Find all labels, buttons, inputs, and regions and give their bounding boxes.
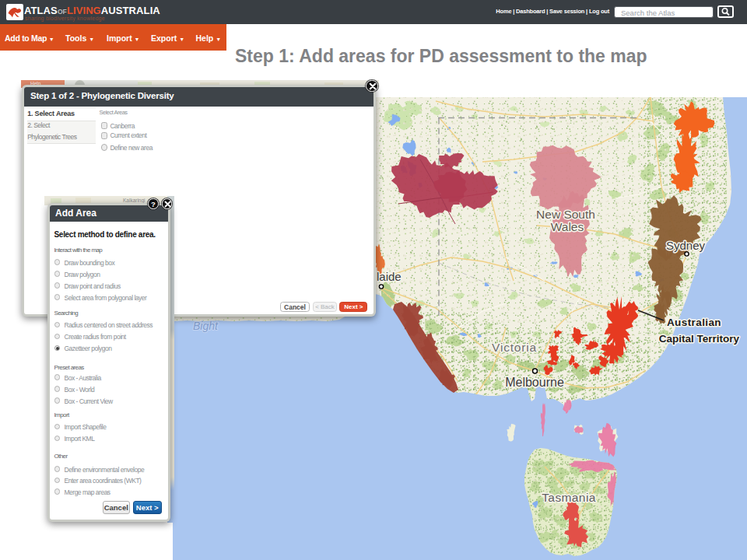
svg-text:Bight: Bight — [193, 320, 219, 332]
svg-text:Capital Territory: Capital Territory — [659, 333, 740, 345]
svg-text:New South: New South — [536, 208, 595, 221]
svg-text:laide: laide — [377, 270, 402, 283]
svg-text:Tasmania: Tasmania — [542, 491, 596, 504]
svg-text:Sydney: Sydney — [666, 239, 706, 252]
svg-text:Australian: Australian — [667, 317, 721, 328]
svg-text:Melbourne: Melbourne — [505, 376, 564, 389]
svg-text:Victoria: Victoria — [492, 341, 537, 354]
svg-text:Wales: Wales — [551, 220, 584, 233]
